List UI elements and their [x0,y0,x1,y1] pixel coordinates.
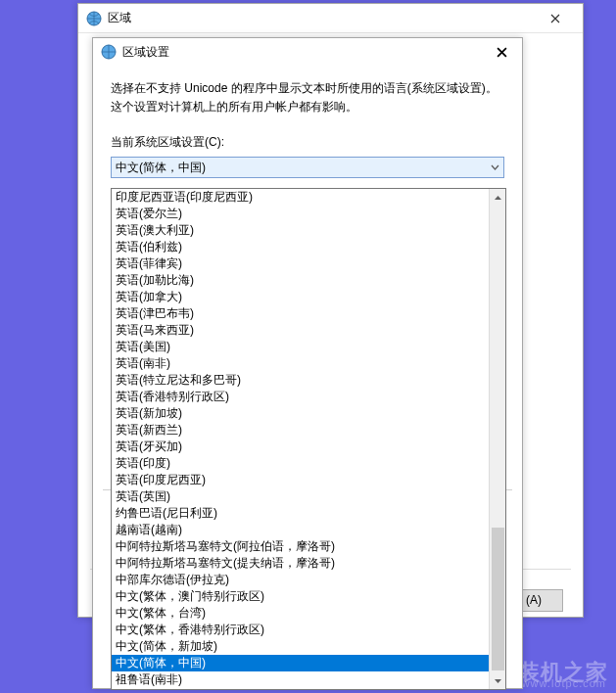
scroll-down-button[interactable] [490,672,505,689]
dropdown-item[interactable]: 英语(菲律宾) [112,255,489,272]
dropdown-scrollbar[interactable] [489,189,505,689]
dialog-content: 选择在不支持 Unicode 的程序中显示文本时所使用的语言(系统区域设置)。这… [93,66,522,188]
inner-title: 区域设置 [122,44,489,61]
locale-combobox[interactable]: 中文(简体，中国) [111,157,504,178]
dropdown-item[interactable]: 英语(南非) [112,355,489,372]
close-icon [550,14,560,23]
scroll-up-button[interactable] [490,189,505,206]
dropdown-item[interactable]: 英语(印度) [112,455,489,472]
dropdown-item[interactable]: 英语(新加坡) [112,405,489,422]
scroll-thumb[interactable] [492,528,504,670]
chevron-down-icon [495,679,501,683]
dropdown-item[interactable]: 中阿特拉斯塔马塞特文(阿拉伯语，摩洛哥) [112,538,489,555]
dropdown-item[interactable]: 英语(印度尼西亚) [112,472,489,488]
dropdown-item[interactable]: 英语(新西兰) [112,422,489,439]
globe-icon [86,11,102,26]
dropdown-item[interactable]: 约鲁巴语(尼日利亚) [112,505,489,522]
dropdown-list[interactable]: 印度尼西亚语(印度尼西亚)英语(爱尔兰)英语(澳大利亚)英语(伯利兹)英语(菲律… [112,189,489,689]
outer-titlebar[interactable]: 区域 [78,4,583,33]
dropdown-item[interactable]: 英语(澳大利亚) [112,222,489,239]
dropdown-item[interactable]: 英语(津巴布韦) [112,305,489,322]
outer-title: 区域 [108,10,536,26]
dropdown-item[interactable]: 英语(伯利兹) [112,239,489,255]
dropdown-item[interactable]: 中阿特拉斯塔马塞特文(提夫纳语，摩洛哥) [112,555,489,572]
inner-titlebar[interactable]: 区域设置 [93,38,522,66]
dropdown-item[interactable]: 英语(美国) [112,339,489,355]
dropdown-item[interactable]: 越南语(越南) [112,522,489,538]
dropdown-item[interactable]: 英语(特立尼达和多巴哥) [112,372,489,389]
outer-close-button[interactable] [536,4,575,33]
dropdown-item[interactable]: 中部库尔德语(伊拉克) [112,572,489,588]
close-icon [497,47,507,58]
dropdown-item[interactable]: 英语(马来西亚) [112,322,489,339]
globe-icon [101,44,117,60]
locale-dropdown: 印度尼西亚语(印度尼西亚)英语(爱尔兰)英语(澳大利亚)英语(伯利兹)英语(菲律… [111,188,506,690]
dropdown-item[interactable]: 中文(繁体，香港特别行政区) [112,622,489,638]
dropdown-item[interactable]: 英语(牙买加) [112,439,489,455]
chevron-up-icon [495,196,501,200]
dropdown-item[interactable]: 中文(繁体，澳门特别行政区) [112,588,489,605]
description-text: 选择在不支持 Unicode 的程序中显示文本时所使用的语言(系统区域设置)。这… [111,79,504,116]
dropdown-item[interactable]: 祖鲁语(南非) [112,671,489,688]
locale-label: 当前系统区域设置(C): [111,134,504,151]
dropdown-item[interactable]: 英语(香港特别行政区) [112,389,489,405]
dropdown-item[interactable]: 英语(英国) [112,488,489,505]
dropdown-item[interactable]: 英语(加勒比海) [112,272,489,289]
dropdown-item[interactable]: 中文(简体，中国) [112,655,489,671]
dropdown-item[interactable]: 英语(爱尔兰) [112,206,489,222]
inner-close-button[interactable] [489,44,514,61]
dropdown-item[interactable]: 英语(加拿大) [112,289,489,305]
combobox-value: 中文(简体，中国) [116,160,206,176]
dropdown-item[interactable]: 印度尼西亚语(印度尼西亚) [112,189,489,206]
dropdown-item[interactable]: 中文(简体，新加坡) [112,638,489,655]
watermark-url: www.lotpc.com [522,677,606,689]
chevron-down-icon [491,164,499,170]
dropdown-item[interactable]: 中文(繁体，台湾) [112,605,489,622]
